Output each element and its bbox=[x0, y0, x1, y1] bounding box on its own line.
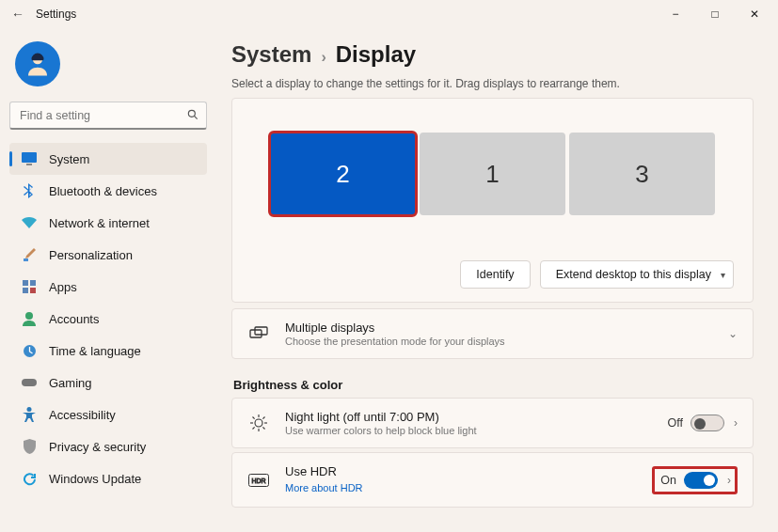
main-content: System › Display Select a display to cha… bbox=[216, 28, 778, 532]
wifi-icon bbox=[21, 214, 38, 231]
hdr-highlight: On › bbox=[652, 466, 738, 494]
svg-rect-7 bbox=[30, 280, 36, 286]
svg-point-10 bbox=[25, 312, 33, 320]
sidebar-item-gaming[interactable]: Gaming bbox=[9, 367, 207, 399]
night-light-icon bbox=[247, 414, 270, 432]
chevron-right-icon: › bbox=[727, 474, 731, 487]
search-input[interactable] bbox=[9, 102, 207, 130]
sidebar-item-update[interactable]: Windows Update bbox=[9, 462, 207, 494]
sidebar-item-privacy[interactable]: Privacy & security bbox=[9, 430, 207, 462]
shield-icon bbox=[21, 438, 38, 455]
svg-line-24 bbox=[262, 417, 264, 419]
gaming-icon bbox=[21, 374, 38, 391]
system-icon bbox=[21, 150, 38, 167]
identify-button[interactable]: Identify bbox=[460, 260, 530, 289]
monitor-3[interactable]: 3 bbox=[569, 133, 715, 215]
brightness-color-heading: Brightness & color bbox=[233, 378, 754, 392]
multiple-displays-icon bbox=[247, 326, 270, 341]
night-light-toggle[interactable] bbox=[691, 415, 724, 431]
sidebar-item-bluetooth[interactable]: Bluetooth & devices bbox=[9, 175, 207, 207]
hdr-row[interactable]: HDR Use HDR More about HDR On › bbox=[231, 452, 754, 508]
arrange-hint: Select a display to change the settings … bbox=[231, 77, 754, 90]
chevron-down-icon: ▾ bbox=[721, 270, 725, 280]
svg-rect-3 bbox=[22, 152, 37, 163]
search-icon bbox=[186, 108, 199, 125]
svg-rect-5 bbox=[24, 258, 28, 261]
sidebar-item-accounts[interactable]: Accounts bbox=[9, 303, 207, 335]
svg-rect-12 bbox=[22, 379, 37, 386]
svg-line-22 bbox=[262, 427, 264, 429]
sidebar-item-apps[interactable]: Apps bbox=[9, 271, 207, 303]
hdr-state: On bbox=[660, 474, 676, 487]
sidebar-item-label: Windows Update bbox=[49, 472, 141, 486]
multiple-displays-row[interactable]: Multiple displays Choose the presentatio… bbox=[231, 308, 754, 359]
svg-line-2 bbox=[194, 116, 197, 118]
sidebar-item-time[interactable]: Time & language bbox=[9, 335, 207, 367]
chevron-right-icon: › bbox=[734, 416, 738, 430]
breadcrumb-current: Display bbox=[336, 41, 416, 68]
svg-rect-4 bbox=[26, 164, 32, 165]
close-button[interactable]: ✕ bbox=[735, 0, 774, 28]
window-title: Settings bbox=[36, 8, 76, 21]
night-light-state: Off bbox=[668, 416, 683, 430]
extend-dropdown[interactable]: Extend desktop to this display▾ bbox=[540, 260, 734, 289]
row-title: Night light (off until 7:00 PM) bbox=[285, 410, 668, 424]
sidebar-item-label: Accessibility bbox=[49, 408, 116, 422]
sidebar-item-system[interactable]: System bbox=[9, 143, 207, 175]
svg-point-16 bbox=[255, 419, 262, 427]
sidebar-item-network[interactable]: Network & internet bbox=[9, 207, 207, 239]
svg-point-13 bbox=[27, 407, 32, 412]
display-arrange-box: 2 1 3 Identify Extend desktop to this di… bbox=[231, 98, 754, 303]
row-desc: Choose the presentation mode for your di… bbox=[285, 336, 728, 347]
sidebar-item-label: Time & language bbox=[49, 344, 141, 358]
sidebar-item-label: Accounts bbox=[49, 312, 99, 326]
night-light-row[interactable]: Night light (off until 7:00 PM) Use warm… bbox=[231, 398, 754, 448]
svg-line-21 bbox=[253, 417, 255, 419]
back-button[interactable]: ← bbox=[4, 7, 32, 22]
row-desc: Use warmer colors to help block blue lig… bbox=[285, 425, 668, 436]
svg-line-23 bbox=[253, 427, 255, 429]
sidebar-item-label: Privacy & security bbox=[49, 440, 146, 454]
sidebar-item-label: Personalization bbox=[49, 248, 133, 262]
maximize-button[interactable]: □ bbox=[695, 0, 735, 28]
svg-point-1 bbox=[188, 110, 195, 117]
more-about-hdr-link[interactable]: More about HDR bbox=[285, 482, 363, 493]
nav-list: System Bluetooth & devices Network & int… bbox=[9, 143, 207, 494]
minimize-button[interactable]: − bbox=[656, 0, 695, 28]
breadcrumb-parent[interactable]: System bbox=[231, 41, 311, 68]
titlebar: ← Settings − □ ✕ bbox=[0, 0, 778, 28]
svg-rect-6 bbox=[23, 280, 28, 286]
clock-icon bbox=[21, 342, 38, 359]
sidebar-item-label: Network & internet bbox=[49, 216, 150, 230]
breadcrumb: System › Display bbox=[231, 41, 754, 68]
sidebar: System Bluetooth & devices Network & int… bbox=[0, 28, 216, 532]
svg-rect-9 bbox=[30, 288, 36, 293]
hdr-icon: HDR bbox=[247, 474, 270, 487]
accessibility-icon bbox=[21, 406, 38, 423]
row-title: Use HDR bbox=[285, 464, 652, 478]
svg-rect-14 bbox=[250, 330, 262, 337]
search-box[interactable] bbox=[9, 102, 207, 130]
svg-text:HDR: HDR bbox=[251, 477, 265, 484]
brush-icon bbox=[21, 246, 38, 263]
breadcrumb-separator: › bbox=[321, 49, 325, 66]
accounts-icon bbox=[21, 310, 38, 327]
sidebar-item-label: Apps bbox=[49, 280, 77, 294]
svg-rect-8 bbox=[23, 288, 28, 293]
sidebar-item-personalization[interactable]: Personalization bbox=[9, 239, 207, 271]
row-title: Multiple displays bbox=[285, 321, 728, 335]
monitor-canvas[interactable]: 2 1 3 bbox=[251, 117, 734, 234]
apps-icon bbox=[21, 278, 38, 295]
sidebar-item-label: Gaming bbox=[49, 376, 92, 390]
monitor-1[interactable]: 1 bbox=[420, 133, 565, 215]
update-icon bbox=[21, 470, 38, 487]
sidebar-item-label: System bbox=[49, 152, 89, 166]
hdr-toggle[interactable] bbox=[684, 472, 718, 489]
monitor-2[interactable]: 2 bbox=[270, 133, 416, 215]
sidebar-item-label: Bluetooth & devices bbox=[49, 184, 157, 198]
bluetooth-icon bbox=[21, 182, 38, 199]
sidebar-item-accessibility[interactable]: Accessibility bbox=[9, 399, 207, 430]
avatar[interactable] bbox=[15, 41, 60, 86]
chevron-down-icon: ⌄ bbox=[728, 327, 738, 340]
